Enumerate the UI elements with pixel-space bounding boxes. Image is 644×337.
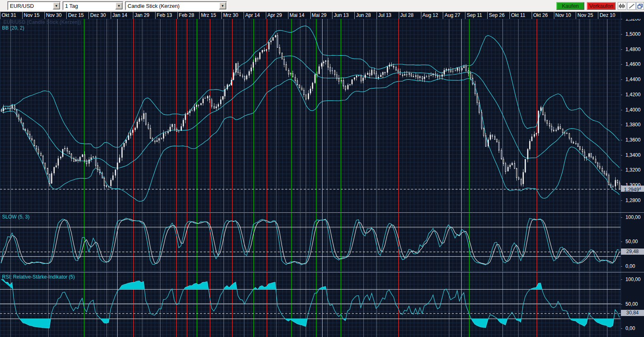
date-label: Nov 30 [44,12,67,19]
rsi-indicator-label: RSI: Relative-Stärke-Indikator (5) [2,274,75,280]
price-axis-label: 1,4800 [625,46,641,52]
chart-type-select[interactable]: Candle Stick (Kerzen) ▼ [125,1,227,10]
rsi-value-badge: 30,84 [621,310,644,316]
chart-watermark: EUR/USD (Candle Stick (Kerzen)) [3,19,81,25]
signal-bars-button[interactable] [618,2,626,10]
bb-indicator-label: BB (20, 2) [2,25,24,31]
date-label: Apr 14 [244,12,266,19]
chevron-down-icon[interactable]: ▼ [115,2,123,9]
sell-button[interactable]: Verkaufen [587,2,616,10]
price-axis-label: 1,4000 [625,107,641,113]
rsi-axis-label: 50,00 [625,301,638,307]
date-label: Apr 29 [266,12,288,19]
trendline-button[interactable] [627,2,636,10]
price-axis-label: 1,3600 [625,137,641,143]
price-axis-label: 1,4200 [625,92,641,98]
price-axis-label: 1,5200 [625,19,641,22]
panel-separator [0,212,644,213]
date-label: Nov 10 [554,12,576,19]
date-label: Jun 28 [354,12,377,19]
rsi-axis: 100,0050,000,00 [621,272,644,337]
date-label: Aug 27 [443,12,465,19]
last-price-badge: 1,29494 [621,186,644,192]
price-axis: 1,52001,50001,48001,46001,44001,42001,40… [621,19,644,212]
price-axis-label: 1,5000 [625,31,641,37]
last-price-value: 1,2949 [624,187,639,193]
symbol-value: EUR/USD [8,2,53,9]
date-label: Mai 29 [310,12,332,19]
rsi-axis-label: 100,00 [625,277,641,282]
stochastic-axis-label: 0,00 [625,263,635,269]
price-axis-label: 1,3200 [625,167,641,173]
date-label: Mrz 30 [221,12,244,19]
price-axis-label: 1,3800 [625,122,641,128]
price-axis-label: 1,4600 [625,61,641,67]
date-label: Jan 29 [133,12,155,19]
slow-indicator-label: SLOW (5, 3) [2,214,30,220]
last-price-sup: 4 [639,186,641,191]
date-label: Okt 31 [0,12,22,19]
date-label: Dez 10 [598,12,620,19]
date-label: Jan 14 [111,12,133,19]
trading-app: EUR/USD ▼ 1 Tag ▼ Candle Stick (Kerzen) … [0,0,644,337]
date-label: Sep 26 [487,12,509,19]
cascade-windows-icon [637,4,643,9]
date-label: Nov 15 [22,12,44,19]
date-label: Okt 11 [509,12,532,19]
chevron-down-icon[interactable]: ▼ [53,2,60,9]
chevron-down-icon[interactable]: ▼ [219,2,226,9]
date-label: Dez 15 [66,12,88,19]
date-label: Sep 11 [465,12,487,19]
date-label: Aug 12 [421,12,443,19]
date-label: Jun 13 [332,12,354,19]
cascade-windows-button[interactable] [636,2,644,10]
rsi-axis-label: 0,00 [625,325,635,331]
date-label: Jul 28 [399,12,421,19]
toolbar: EUR/USD ▼ 1 Tag ▼ Candle Stick (Kerzen) … [0,0,644,12]
period-select[interactable]: 1 Tag ▼ [63,1,123,10]
date-label: Nov 25 [576,12,598,19]
stochastic-value: 29,48 [626,249,639,254]
price-axis-label: 1,2800 [625,198,641,203]
rsi-value: 30,84 [626,310,639,316]
stochastic-axis-label: 100,00 [625,214,641,220]
date-axis: Okt 31Nov 15Nov 30Dez 15Dez 30Jan 14Jan … [0,12,644,19]
stochastic-axis-label: 50,00 [625,239,638,244]
buy-button[interactable]: Kaufen [556,2,584,10]
stochastic-panel-canvas[interactable] [0,213,621,272]
rsi-panel-canvas[interactable] [0,272,621,337]
price-axis-label: 1,4400 [625,77,641,82]
date-label: Mai 14 [288,12,310,19]
date-label: Feb 13 [155,12,177,19]
chart-type-value: Candle Stick (Kerzen) [126,2,219,9]
stochastic-value-badge: 29,48 [621,249,644,255]
date-label: Feb 28 [177,12,200,19]
symbol-select[interactable]: EUR/USD ▼ [7,1,61,10]
axis-divider [621,12,621,337]
date-label: Jul 13 [377,12,399,19]
date-label: Okt 26 [532,12,554,19]
panel-separator [0,272,644,272]
trendline-icon [629,4,635,9]
date-label: Dez 30 [88,12,111,19]
price-axis-label: 1,3400 [625,152,641,158]
main-chart-canvas[interactable] [0,19,621,212]
date-label: Mrz 15 [199,12,221,19]
period-value: 1 Tag [63,2,115,9]
signal-bars-icon [619,3,625,9]
stochastic-axis: 100,0050,000,00 [621,213,644,272]
